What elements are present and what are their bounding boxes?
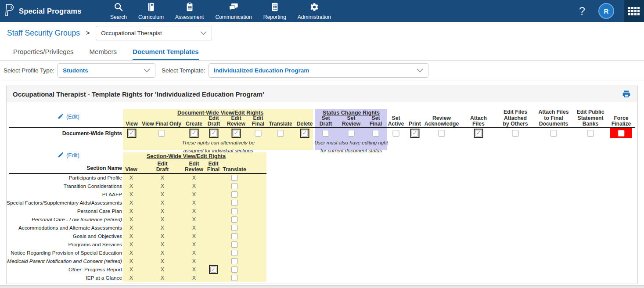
panel-title: Occupational Therapist - Template Rights… <box>13 90 264 98</box>
section-row-label: Medicaid Parent Notification and Consent… <box>7 257 122 266</box>
section-row-label: Accommodations and Alternate Assessments <box>18 224 122 232</box>
checkbox-view-final-only[interactable] <box>158 130 165 137</box>
nav-item-search[interactable]: Search <box>104 0 133 22</box>
checkbox-attach-files-to-final-documents[interactable] <box>550 130 557 137</box>
section-row-label: IEP at a Glance <box>86 274 122 282</box>
section-checkbox-translate-row4[interactable] <box>231 200 237 206</box>
checkbox-set-draft[interactable] <box>323 130 329 137</box>
app-switcher-button[interactable] <box>624 0 644 22</box>
doc-rights-row-label: Document-Wide Rights <box>62 130 122 138</box>
help-button[interactable]: ? <box>579 5 585 18</box>
search-icon <box>114 2 123 14</box>
pencil-icon <box>58 151 64 159</box>
right-mark: X <box>130 266 133 274</box>
section-checkbox-translate-row13[interactable] <box>231 275 237 281</box>
checkbox-edit-draft[interactable] <box>209 129 219 138</box>
section-checkbox-translate-row7[interactable] <box>231 225 237 231</box>
section-checkbox-translate-row2[interactable] <box>231 183 237 189</box>
nav-right: ? R <box>579 0 644 22</box>
right-mark: X <box>192 216 196 224</box>
security-group-select[interactable]: Occupational Therapist <box>96 26 212 40</box>
right-mark: X <box>192 182 196 191</box>
waffle-icon <box>628 7 640 15</box>
checkbox-translate[interactable] <box>277 130 284 137</box>
right-mark: X <box>130 241 133 249</box>
template-select[interactable]: Individualized Education Program <box>209 63 428 78</box>
tab-properties-privileges[interactable]: Properties/Privileges <box>13 44 74 60</box>
section-checkbox-translate-row10[interactable] <box>231 250 237 256</box>
section-checkbox-translate-row5[interactable] <box>231 208 237 214</box>
section-checkbox-translate-row11[interactable] <box>231 258 237 264</box>
checkbox-set-review[interactable] <box>348 130 355 137</box>
tab-document-templates[interactable]: Document Templates <box>133 44 199 60</box>
avatar[interactable]: R <box>598 3 614 19</box>
checkbox-print[interactable] <box>410 129 420 138</box>
section-checkbox-translate-row6[interactable] <box>231 216 237 223</box>
right-mark: X <box>130 274 133 282</box>
section-checkbox-translate-row12[interactable] <box>231 266 237 273</box>
checkbox-force-finalize[interactable] <box>618 130 625 137</box>
section-checkbox-edit-final-row12[interactable] <box>209 265 218 274</box>
section-checkbox-translate-row9[interactable] <box>231 241 237 248</box>
checkmark-icon <box>210 266 216 273</box>
right-mark: X <box>161 199 164 207</box>
section-row-label: Personal Care Plan <box>77 207 122 216</box>
print-button[interactable] <box>622 90 631 98</box>
section-row-label: Special Factors/Supplementary Aids/Asses… <box>7 199 122 207</box>
app-title: Special Programs <box>19 7 82 15</box>
right-mark: X <box>130 232 133 241</box>
col-header-force-finalize: Force Finalize <box>597 109 637 127</box>
breadcrumb-root-link[interactable]: Staff Security Groups <box>7 29 80 38</box>
profile-type-select[interactable]: Students <box>58 63 155 78</box>
gear-icon <box>309 2 319 14</box>
breadcrumb-separator: > <box>86 29 90 36</box>
right-mark: X <box>192 241 196 249</box>
checkbox-edit-files-attached-by-others[interactable] <box>512 130 519 137</box>
section-row-label: Personal Care - Low Incidence (retired) <box>32 216 122 224</box>
panel-header: Occupational Therapist - Template Rights… <box>7 86 637 102</box>
chat-icon <box>228 2 239 14</box>
checkbox-attach-files[interactable] <box>474 129 483 138</box>
edit-document-rights-button[interactable]: (Edit) <box>58 113 79 121</box>
section-checkbox-translate-row8[interactable] <box>231 233 237 239</box>
checkbox-delete[interactable] <box>300 129 309 138</box>
checkbox-view[interactable] <box>127 129 137 138</box>
edit-section-rights-button[interactable]: (Edit) <box>58 151 79 159</box>
right-mark: X <box>161 216 164 224</box>
report-icon <box>270 2 280 14</box>
checkmark-icon <box>129 130 135 137</box>
section-row-label: PLAAFP <box>102 191 122 199</box>
right-mark: X <box>161 182 164 191</box>
checkbox-review-acknowledge[interactable] <box>439 130 445 137</box>
right-mark: X <box>161 257 164 266</box>
right-mark: X <box>192 207 196 216</box>
nav-item-curriculum[interactable]: Curriculum <box>133 0 169 22</box>
content-area: Occupational Therapist - Template Rights… <box>0 80 644 288</box>
right-mark: X <box>192 266 196 274</box>
nav-item-assessment[interactable]: Assessment <box>169 0 209 22</box>
nav-item-reporting[interactable]: Reporting <box>258 0 292 22</box>
right-mark: X <box>192 232 196 241</box>
breadcrumb: Staff Security Groups > Occupational The… <box>0 22 644 44</box>
checkbox-set-final[interactable] <box>373 130 379 137</box>
status-rights-note: User must also have editing right for cu… <box>313 139 389 155</box>
section-checkbox-translate-row3[interactable] <box>231 191 237 198</box>
rights-grid: Document-Wide View/Edit Rights Status Ch… <box>7 102 637 284</box>
pencil-icon <box>58 113 64 121</box>
right-mark: X <box>192 257 196 266</box>
checkbox-edit-final[interactable] <box>255 130 262 137</box>
checkmark-icon <box>475 130 482 137</box>
checkbox-edit-public-statement-banks[interactable] <box>587 130 594 137</box>
right-mark: X <box>130 216 133 224</box>
nav-item-communication[interactable]: Communication <box>209 0 257 22</box>
nav-item-administration[interactable]: Administration <box>292 0 337 22</box>
checkbox-edit-review[interactable] <box>232 129 241 138</box>
right-mark: X <box>161 241 164 249</box>
checkbox-create[interactable] <box>190 129 199 138</box>
tab-members[interactable]: Members <box>90 44 117 60</box>
rights-panel: Occupational Therapist - Template Rights… <box>6 86 638 284</box>
clipboard-icon <box>185 2 194 14</box>
checkbox-set-active[interactable] <box>393 130 399 137</box>
section-checkbox-translate-row1[interactable] <box>231 175 237 181</box>
section-header-rule <box>9 173 266 174</box>
